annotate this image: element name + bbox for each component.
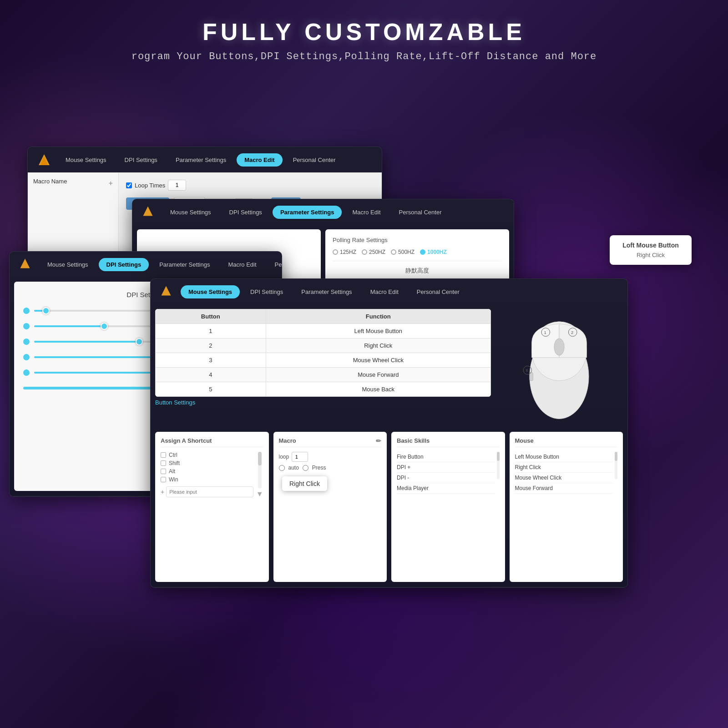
basic-scroll-track[interactable] xyxy=(497,452,500,479)
nav-parameter-settings-tab[interactable]: Parameter Settings xyxy=(168,153,234,167)
alt-check-row: Alt xyxy=(161,468,253,475)
mouse-nav-personal-tab[interactable]: Personal Center xyxy=(409,285,467,298)
table-header-function: Function xyxy=(266,309,490,324)
basic-skills-title: Basic Skills xyxy=(397,437,500,447)
loop-checkbox[interactable] xyxy=(126,182,132,188)
param-nav-personal-tab[interactable]: Personal Center xyxy=(391,206,450,219)
ctrl-checkbox[interactable] xyxy=(161,452,166,458)
polling-500-label: 500HZ xyxy=(398,249,415,255)
page-title: FULLY CUSTOMZABLE xyxy=(0,18,728,46)
basic-item-fire[interactable]: Fire Button xyxy=(397,452,495,462)
param-nav-dpi-tab[interactable]: DPI Settings xyxy=(222,206,270,219)
polling-options: 125HZ 250HZ 500HZ 1000HZ xyxy=(333,249,502,255)
dpi-nav-param-tab[interactable]: Parameter Settings xyxy=(152,258,217,271)
dpi-dot-3 xyxy=(23,339,30,345)
dpi-nav-mouse-tab[interactable]: Mouse Settings xyxy=(40,258,96,271)
scroll-down-arrow[interactable]: ▼ xyxy=(256,490,263,498)
basic-item-dpi-minus[interactable]: DPI - xyxy=(397,473,495,483)
basic-item-dpi-plus[interactable]: DPI + xyxy=(397,462,495,473)
macro-loop-row: loop xyxy=(279,452,382,462)
polling-250-label: 250HZ xyxy=(369,249,385,255)
dpi-thumb-3[interactable] xyxy=(136,338,143,345)
param-nav-param-tab[interactable]: Parameter Settings xyxy=(273,206,342,219)
mouse-functions-title: Mouse xyxy=(515,437,618,447)
mouse-scroll-track[interactable] xyxy=(615,452,617,479)
nav-personal-center-tab[interactable]: Personal Center xyxy=(285,153,344,167)
nav-macro-edit-tab[interactable]: Macro Edit xyxy=(237,153,282,167)
mouse-item-forward[interactable]: Mouse Forward xyxy=(515,483,613,494)
btn-func-4: Mouse Forward xyxy=(266,368,490,382)
mouse-nav-dpi-tab[interactable]: DPI Settings xyxy=(243,285,291,298)
mouse-nav-macro-tab[interactable]: Macro Edit xyxy=(363,285,406,298)
svg-point-7 xyxy=(554,339,564,355)
dpi-thumb-1[interactable] xyxy=(42,307,50,314)
mouse-functions-list: Left Mouse Button Right Click Mouse Whee… xyxy=(515,452,613,494)
dpi-dot-4 xyxy=(23,354,30,360)
mouse-scrollbar xyxy=(615,452,617,494)
mouse-bottom-bar: Mouse X3 Max X3 Max English Reset Profil… xyxy=(151,586,627,588)
polling-500hz[interactable]: 500HZ xyxy=(391,249,415,255)
macro-panel: Macro ✏ loop auto Press xyxy=(273,432,387,582)
polling-250hz[interactable]: 250HZ xyxy=(362,249,385,255)
basic-item-media[interactable]: Media Player xyxy=(397,483,495,494)
radio-1000hz-active xyxy=(420,249,425,255)
dpi-fill-3 xyxy=(34,341,139,343)
ctrl-label: Ctrl xyxy=(169,452,177,458)
mouse-bottom-panels: Assign A Shortcut Ctrl Shift xyxy=(155,432,623,582)
polling-125hz[interactable]: 125HZ xyxy=(333,249,356,255)
right-click-float-label: Right Click xyxy=(282,476,327,491)
radio-125hz xyxy=(333,249,338,255)
nav-mouse-settings-tab[interactable]: Mouse Settings xyxy=(58,153,114,167)
dpi-fill-2 xyxy=(34,325,104,327)
svg-marker-3 xyxy=(20,259,30,268)
alt-label: Alt xyxy=(169,468,175,475)
macro-title-text: Macro xyxy=(279,437,296,444)
scroll-track[interactable] xyxy=(258,452,262,488)
assign-shortcut-title: Assign A Shortcut xyxy=(161,437,263,447)
loop-input[interactable]: 1 xyxy=(168,180,186,191)
dpi-nav-macro-tab[interactable]: Macro Edit xyxy=(220,258,264,271)
mouse-functions-panel: Mouse Left Mouse Button Right Click Mous… xyxy=(510,432,623,582)
mouse-image-area: 1 2 6 xyxy=(495,309,623,427)
dpi-dot-2 xyxy=(23,323,30,329)
btn-num-1: 1 xyxy=(156,324,266,339)
dpi-nav-bar: Mouse Settings DPI Settings Parameter Se… xyxy=(10,252,282,277)
macro-panel-title: Macro ✏ xyxy=(279,437,382,447)
win-checkbox[interactable] xyxy=(161,477,166,482)
dpi-thumb-2[interactable] xyxy=(101,323,108,330)
dpi-app-logo xyxy=(19,257,33,272)
mouse-item-wheel[interactable]: Mouse Wheel Click xyxy=(515,473,613,483)
btn-num-3: 3 xyxy=(156,353,266,368)
macro-edit-icon[interactable]: ✏ xyxy=(376,437,381,445)
shortcut-key-input[interactable] xyxy=(166,486,253,497)
shift-checkbox[interactable] xyxy=(161,460,166,466)
mouse-item-left[interactable]: Left Mouse Button xyxy=(515,452,613,462)
param-nav-mouse-tab[interactable]: Mouse Settings xyxy=(162,206,219,219)
alt-checkbox[interactable] xyxy=(161,469,166,474)
nav-dpi-settings-tab[interactable]: DPI Settings xyxy=(117,153,165,167)
macro-auto-radio[interactable] xyxy=(279,465,285,471)
macro-loop-input[interactable] xyxy=(292,452,308,462)
button-settings-link[interactable]: Button Settings xyxy=(155,399,491,406)
shortcut-scrollbar: ▼ xyxy=(256,452,263,498)
mouse-settings-window: Mouse Settings DPI Settings Parameter Se… xyxy=(150,278,628,588)
dpi-nav-dpi-tab[interactable]: DPI Settings xyxy=(99,258,149,271)
mouse-nav-param-tab[interactable]: Parameter Settings xyxy=(293,285,359,298)
mouse-scroll-thumb xyxy=(615,452,617,461)
radio-250hz xyxy=(362,249,367,255)
macro-press-radio[interactable] xyxy=(303,465,308,471)
btn-num-5: 5 xyxy=(156,382,266,397)
param-nav-bar: Mouse Settings DPI Settings Parameter Se… xyxy=(132,199,514,225)
table-row: 2 Right Click xyxy=(156,339,491,353)
mouse-body: Button Function 1 Left Mouse Button 2 xyxy=(151,304,627,586)
mouse-top-section: Button Function 1 Left Mouse Button 2 xyxy=(155,309,623,427)
polling-1000hz[interactable]: 1000HZ xyxy=(420,249,447,255)
mouse-button-table: Button Function 1 Left Mouse Button 2 xyxy=(155,309,491,397)
dpi-dot-1 xyxy=(23,308,30,314)
dpi-nav-personal-tab[interactable]: Personal Center xyxy=(267,258,282,271)
mouse-item-right[interactable]: Right Click xyxy=(515,462,613,473)
add-macro-icon[interactable]: + xyxy=(109,179,113,187)
shift-check-row: Shift xyxy=(161,460,253,466)
mouse-nav-mouse-tab[interactable]: Mouse Settings xyxy=(181,285,240,298)
param-nav-macro-tab[interactable]: Macro Edit xyxy=(344,206,388,219)
